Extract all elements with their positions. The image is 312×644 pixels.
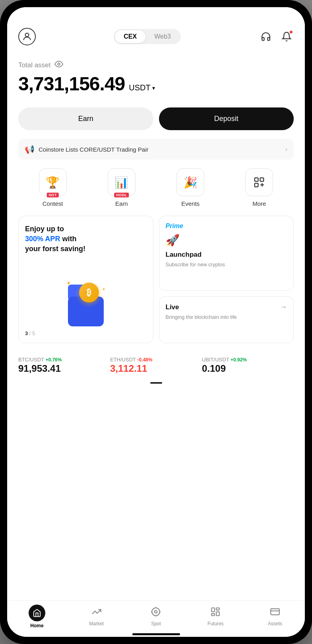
launchpad-title: Launchpad xyxy=(166,251,287,259)
home-nav-label: Home xyxy=(30,623,43,628)
eth-price: 3,112.11 xyxy=(110,363,202,374)
more-icon-box xyxy=(245,168,273,196)
more-grid-icon xyxy=(253,176,265,188)
earn-promo-text: Enjoy up to 300% APR with your forst sav… xyxy=(25,224,147,254)
ticker-btc[interactable]: BTC/USDT +0.76% 91,953.41 xyxy=(18,356,110,374)
header-icons xyxy=(259,29,294,44)
events-icon-box: 🎉 xyxy=(176,168,204,196)
hodl-badge: HODL xyxy=(114,193,129,197)
futures-icon xyxy=(210,607,221,619)
spot-icon xyxy=(151,607,161,619)
nav-item-spot[interactable]: Spot xyxy=(140,607,172,626)
quick-item-events[interactable]: 🎉 Events xyxy=(172,168,208,207)
contest-label: Contest xyxy=(43,200,63,207)
ticker-eth[interactable]: ETH/USDT -0.48% 3,112.11 xyxy=(110,356,202,374)
ticker-ubit[interactable]: UBIT/USDT +0.92% 0.109 xyxy=(202,356,294,374)
eth-pair: ETH/USDT xyxy=(110,357,137,363)
phone-frame: CEX Web3 xyxy=(0,0,312,644)
btc-pair: BTC/USDT xyxy=(18,357,45,363)
support-icon[interactable] xyxy=(259,29,273,44)
earn-label: Earn xyxy=(115,200,128,207)
quick-item-earn[interactable]: 📊 HODL Earn xyxy=(104,168,140,207)
earn-icon-box: 📊 HODL xyxy=(108,168,136,196)
asset-value-row: 3,731,156.49 USDT ▾ xyxy=(18,73,294,95)
top-nav: CEX Web3 xyxy=(7,25,305,52)
live-arrow-icon: → xyxy=(280,303,287,311)
earn-promo-line3: your forst saving! xyxy=(25,245,85,253)
btc-price: 91,953.41 xyxy=(18,363,110,374)
quick-menu: 🏆 HOT Contest 📊 HODL Earn 🎉 xyxy=(7,168,305,216)
visibility-toggle-icon[interactable] xyxy=(54,60,63,70)
eth-change: -0.48% xyxy=(137,357,152,363)
notification-icon[interactable] xyxy=(279,29,294,44)
promo-grid: Enjoy up to 300% APR with your forst sav… xyxy=(7,216,305,352)
nav-item-market[interactable]: Market xyxy=(81,607,112,626)
market-ticker: BTC/USDT +0.76% 91,953.41 ETH/USDT -0.48… xyxy=(7,352,305,382)
events-icon: 🎉 xyxy=(184,176,198,189)
earn-promo-with: with xyxy=(62,235,76,243)
earn-promo-card[interactable]: Enjoy up to 300% APR with your forst sav… xyxy=(18,216,153,343)
ubit-pair: UBIT/USDT xyxy=(202,357,231,363)
announcement-chevron-icon: › xyxy=(285,146,287,153)
spot-nav-label: Spot xyxy=(151,621,161,626)
asset-section: Total asset 3,731,156.49 USDT ▾ xyxy=(7,52,305,107)
launchpad-promo-card[interactable]: Prime 🚀 Launchpad Subscribe for new cryp… xyxy=(159,216,294,291)
bitcoin-wallet-illustration: ✦ ✦ ₿ xyxy=(64,283,108,326)
bottom-nav: Home Market xyxy=(7,600,305,631)
launchpad-icon: 🚀 xyxy=(166,234,287,247)
svg-rect-15 xyxy=(271,609,279,615)
more-label: More xyxy=(252,200,266,207)
svg-point-5 xyxy=(155,611,157,613)
asset-label: Total asset xyxy=(18,60,294,70)
status-bar xyxy=(7,7,305,25)
nav-item-futures[interactable]: Futures xyxy=(200,607,231,626)
asset-amount: 3,731,156.49 xyxy=(18,73,125,95)
market-nav-label: Market xyxy=(89,621,104,626)
live-title: Live xyxy=(166,303,179,311)
svg-point-0 xyxy=(25,33,29,37)
tab-cex[interactable]: CEX xyxy=(115,30,145,43)
earn-button[interactable]: Earn xyxy=(18,107,153,130)
earn-promo-line1: Enjoy up to xyxy=(25,225,64,233)
futures-nav-label: Futures xyxy=(207,621,224,626)
earn-promo-illustration: ✦ ✦ ₿ xyxy=(25,258,147,326)
live-promo-card[interactable]: Live → Bringing the blockchain into life xyxy=(159,296,294,343)
bitcoin-coin: ₿ xyxy=(79,283,99,302)
main-content: Total asset 3,731,156.49 USDT ▾ xyxy=(7,52,305,600)
card-page-indicator: 3 / 5 xyxy=(25,330,147,336)
svg-rect-13 xyxy=(216,612,219,616)
earn-promo-apr: 300% APR xyxy=(25,235,60,243)
ubit-price: 0.109 xyxy=(202,363,294,374)
quick-item-more[interactable]: More xyxy=(241,168,277,207)
asset-currency[interactable]: USDT ▾ xyxy=(129,83,155,92)
svg-rect-2 xyxy=(255,178,258,181)
btc-change: +0.76% xyxy=(45,357,62,363)
prime-label: Prime xyxy=(166,222,287,230)
svg-rect-14 xyxy=(212,613,215,615)
svg-rect-11 xyxy=(212,608,215,612)
launchpad-desc: Subscribe for new cryptos xyxy=(166,261,287,268)
phone-screen: CEX Web3 xyxy=(7,7,305,637)
svg-rect-12 xyxy=(216,608,219,610)
ticker-scroll-indicator xyxy=(7,382,305,384)
sparkle-icon-2: ✦ xyxy=(102,287,106,292)
deposit-button[interactable]: Deposit xyxy=(159,107,294,130)
profile-avatar[interactable] xyxy=(18,28,36,45)
mode-tabs: CEX Web3 xyxy=(114,29,180,44)
announcement-banner[interactable]: 📢 Coinstore Lists CORE/USDT Trading Pair… xyxy=(18,139,294,160)
action-buttons: Earn Deposit xyxy=(7,107,305,130)
home-indicator xyxy=(132,633,180,635)
hot-badge: HOT xyxy=(47,193,59,197)
nav-item-home[interactable]: Home xyxy=(21,605,53,628)
tab-web3[interactable]: Web3 xyxy=(145,30,180,43)
live-desc: Bringing the blockchain into life xyxy=(166,314,287,321)
earn-menu-icon: 📊 xyxy=(114,176,128,189)
svg-rect-4 xyxy=(255,183,258,187)
assets-nav-label: Assets xyxy=(268,621,282,626)
events-label: Events xyxy=(181,200,200,207)
svg-point-6 xyxy=(152,608,160,616)
quick-item-contest[interactable]: 🏆 HOT Contest xyxy=(35,168,71,207)
nav-item-assets[interactable]: Assets xyxy=(259,607,291,626)
contest-icon-box: 🏆 HOT xyxy=(39,168,67,196)
home-icon xyxy=(29,605,45,621)
